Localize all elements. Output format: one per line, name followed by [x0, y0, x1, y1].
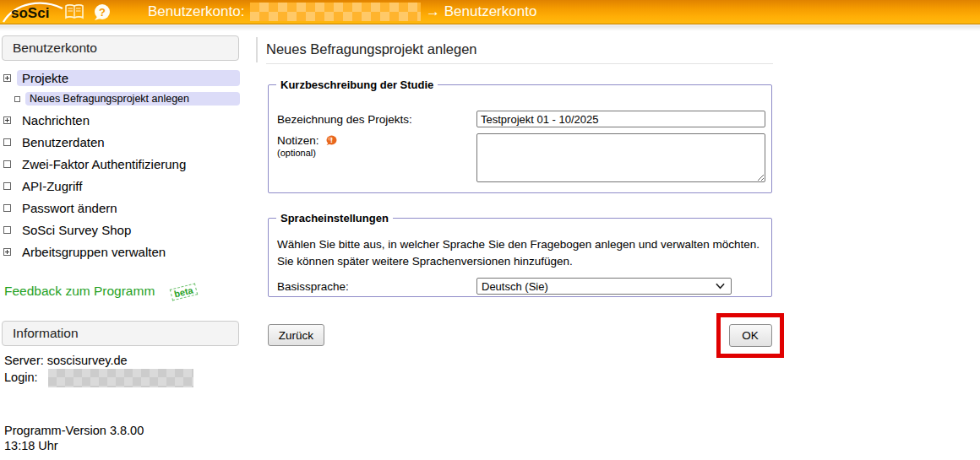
expand-plus-icon[interactable]: [3, 116, 11, 124]
sidebar-item-label: API-Zugriff: [17, 178, 240, 194]
sidebar-item-label: SoSci Survey Shop: [17, 222, 240, 238]
project-name-label: Bezeichnung des Projekts:: [277, 113, 412, 126]
redacted-login: [48, 369, 193, 387]
bullet-box-icon[interactable]: [3, 226, 11, 234]
sidebar-menu: ProjekteNeues Befragungsprojekt anlegenN…: [0, 69, 253, 265]
sidebar-section-title: Benutzerkonto: [2, 35, 239, 61]
breadcrumb-current[interactable]: → Benutzerkonto: [426, 3, 536, 20]
sidebar-item-neues-befragungsprojekt-anlegen[interactable]: Neues Befragungsprojekt anlegen: [0, 91, 253, 106]
redacted-username: [250, 3, 421, 21]
server-time: 13:18 Uhr: [4, 439, 58, 452]
language-fieldset-legend: Spracheinstellungen: [276, 212, 393, 225]
feedback-row: Feedback zum Programm beta: [4, 284, 196, 299]
breadcrumb-label: Benutzerkonto:: [148, 3, 244, 20]
notes-help-icon[interactable]: !: [325, 135, 337, 146]
ok-button[interactable]: OK: [729, 324, 772, 347]
sosci-logo[interactable]: soSci: [2, 1, 64, 24]
base-language-selected-value: Deutsch (Sie): [482, 280, 548, 293]
bullet-box-icon[interactable]: [3, 160, 11, 168]
base-language-select[interactable]: Deutsch (Sie): [476, 278, 732, 295]
project-name-input[interactable]: [476, 111, 765, 127]
expand-plus-icon[interactable]: [3, 74, 11, 82]
notes-help-glyph: !: [330, 136, 333, 144]
information-section-title: Information: [2, 321, 239, 346]
bullet-box-icon[interactable]: [14, 96, 20, 102]
login-info: Login:: [4, 369, 193, 387]
notes-label-text: Notizen:: [277, 134, 319, 147]
header-shadow: [0, 25, 980, 31]
study-description-fieldset: Kurzbeschreibung der Studie Bezeichnung …: [268, 84, 772, 193]
back-button[interactable]: Zurück: [268, 324, 324, 346]
manual-book-icon[interactable]: [64, 3, 84, 21]
bullet-box-icon[interactable]: [3, 138, 11, 146]
sidebar-item-label: Zwei-Faktor Authentifizierung: [17, 156, 240, 172]
sidebar-item-sosci-survey-shop[interactable]: SoSci Survey Shop: [0, 221, 253, 239]
feedback-link[interactable]: Feedback zum Programm: [4, 284, 155, 298]
sidebar-item-zwei-faktor-authentifizierung[interactable]: Zwei-Faktor Authentifizierung: [0, 155, 253, 173]
sosci-survey-page: soSci ? Benutzerkonto: → Benutzerkonto: [0, 0, 980, 460]
page-title: Neues Befragungsprojekt anlegen: [266, 41, 773, 64]
sidebar-item-label: Passwort ändern: [17, 200, 240, 216]
notes-textarea[interactable]: [476, 133, 765, 182]
notes-label: Notizen: !: [277, 134, 337, 147]
sidebar-item-label: Neues Befragungsprojekt anlegen: [25, 92, 240, 106]
sidebar-item-label: Projekte: [17, 70, 240, 86]
language-description: Wählen Sie bitte aus, in welcher Sprache…: [277, 236, 765, 269]
notes-optional-hint: (optional): [277, 148, 316, 158]
bullet-box-icon[interactable]: [3, 182, 11, 190]
title-divider: [256, 37, 258, 62]
study-fieldset-legend: Kurzbeschreibung der Studie: [276, 78, 438, 91]
sidebar-item-passwort-aendern[interactable]: Passwort ändern: [0, 199, 253, 217]
language-settings-fieldset: Spracheinstellungen Wählen Sie bitte aus…: [268, 218, 772, 297]
sidebar-item-label: Arbeitsgruppen verwalten: [17, 244, 240, 260]
program-version: Programm-Version 3.8.00: [4, 424, 144, 437]
login-label: Login:: [4, 371, 38, 384]
beta-badge: beta: [170, 284, 198, 301]
sidebar-item-benutzerdaten[interactable]: Benutzerdaten: [0, 133, 253, 151]
sidebar-item-label: Benutzerdaten: [17, 134, 240, 150]
sidebar-item-label: Nachrichten: [17, 112, 240, 128]
bullet-box-icon[interactable]: [3, 204, 11, 212]
sidebar-item-arbeitsgruppen-verwalten[interactable]: Arbeitsgruppen verwalten: [0, 243, 253, 261]
top-header: soSci ? Benutzerkonto: → Benutzerkonto: [0, 0, 980, 24]
help-bubble-icon[interactable]: ?: [92, 3, 112, 21]
sidebar-item-projekte[interactable]: Projekte: [0, 69, 253, 87]
server-info: Server: soscisurvey.de: [4, 354, 128, 367]
logo-text: soSci: [11, 5, 49, 21]
ok-highlight-annotation: OK: [716, 313, 784, 358]
help-glyph: ?: [99, 6, 106, 19]
chevron-down-icon: [716, 283, 725, 290]
expand-plus-icon[interactable]: [3, 248, 11, 256]
sidebar-item-nachrichten[interactable]: Nachrichten: [0, 111, 253, 129]
sidebar-item-api-zugriff[interactable]: API-Zugriff: [0, 177, 253, 195]
base-language-label: Basissprache:: [277, 280, 349, 293]
